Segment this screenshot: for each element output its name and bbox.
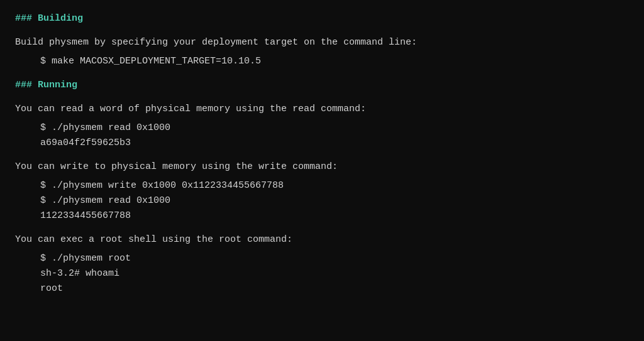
running-code2-line2: $ ./physmem read 0x1000 [40, 193, 629, 208]
running-code2-line3: 1122334455667788 [40, 208, 629, 224]
running-code1-line2: a69a04f2f59625b3 [40, 136, 629, 151]
running-code3-line3: root [40, 281, 629, 296]
running-code3-line1: $ ./physmem root [40, 251, 629, 266]
running-code3-line2: sh-3.2# whoami [40, 266, 629, 281]
running-code2-line1: $ ./physmem write 0x1000 0x1122334455667… [40, 178, 629, 193]
building-desc: Build physmem by specifying your deploym… [15, 37, 417, 48]
running-code-block-2: $ ./physmem write 0x1000 0x1122334455667… [40, 178, 629, 224]
running-heading: ### Running [15, 80, 77, 90]
readme-content: ### Building Build physmem by specifying… [15, 11, 629, 296]
running-desc3: You can exec a root shell using the root… [15, 234, 292, 245]
running-code-block-3: $ ./physmem root sh-3.2# whoami root [40, 251, 629, 296]
building-code-line-1: $ make MACOSX_DEPLOYMENT_TARGET=10.10.5 [40, 54, 629, 69]
building-code-block: $ make MACOSX_DEPLOYMENT_TARGET=10.10.5 [40, 54, 629, 69]
building-heading: ### Building [15, 13, 83, 24]
running-desc2: You can write to physical memory using t… [15, 161, 338, 172]
running-code-block-1: $ ./physmem read 0x1000 a69a04f2f59625b3 [40, 121, 629, 151]
building-section: ### Building Build physmem by specifying… [15, 11, 629, 78]
running-section: ### Running You can read a word of physi… [15, 78, 629, 296]
running-code1-line1: $ ./physmem read 0x1000 [40, 121, 629, 136]
running-desc1: You can read a word of physical memory u… [15, 104, 366, 114]
